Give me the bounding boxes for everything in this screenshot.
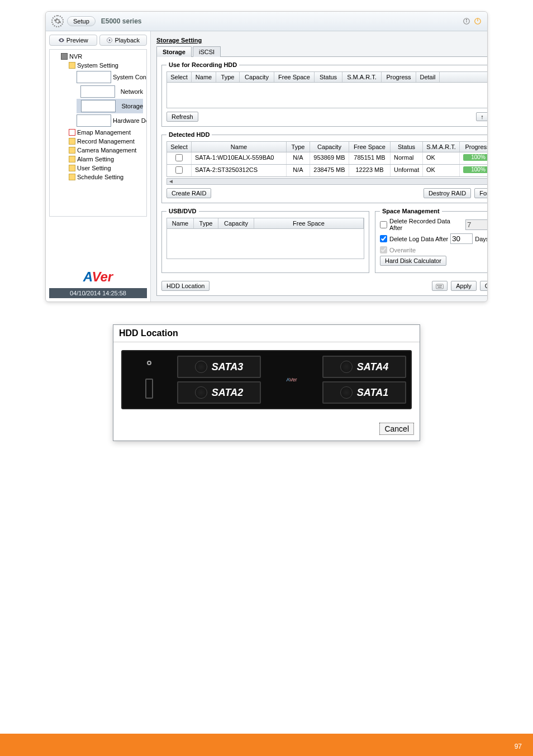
info-icon[interactable] xyxy=(463,17,470,25)
power-icon[interactable] xyxy=(474,17,482,25)
bay-sata4: SATA4 xyxy=(322,356,406,378)
fan-icon xyxy=(340,361,353,373)
row-checkbox[interactable] xyxy=(175,166,183,174)
legend: Detected HDD xyxy=(166,131,212,138)
tree-alarm[interactable]: Alarm Setting xyxy=(69,155,143,164)
table-row[interactable]: SATA-1:WD10EALX-559BA0 N/A 953869 MB 785… xyxy=(166,152,488,165)
det-hdd-header: Select Name Type Capacity Free Space Sta… xyxy=(166,141,488,152)
hdd-location-dialog: HDD Location SATA3 SATA2 AVer xyxy=(113,324,420,441)
fan-icon xyxy=(340,386,353,399)
dialog-title: HDD Location xyxy=(113,325,420,342)
tree-hardware[interactable]: Hardware Device xyxy=(77,113,143,128)
tab-preview[interactable]: Preview xyxy=(49,35,97,46)
tree-camera[interactable]: Camera Management xyxy=(69,146,143,155)
tree-record[interactable]: Record Management xyxy=(69,137,143,146)
page-icon xyxy=(77,71,111,83)
series-label: E5000 series xyxy=(101,17,142,25)
app-window: Setup E5000 series Preview Playback xyxy=(45,11,488,302)
create-raid-button[interactable]: Create RAID xyxy=(166,188,211,198)
table-row[interactable]: SATA-2:ST3250312CS N/A 238475 MB 12223 M… xyxy=(166,165,488,177)
tree-network[interactable]: Network xyxy=(77,84,143,99)
destroy-raid-button[interactable]: Destroy RAID xyxy=(423,188,471,198)
svg-rect-11 xyxy=(438,287,442,288)
nav-tree: NVR System Setting System Configurati...… xyxy=(49,49,147,217)
folder-icon xyxy=(69,138,75,145)
svg-rect-10 xyxy=(441,285,442,286)
dialog-cancel-button[interactable]: Cancel xyxy=(379,423,414,435)
usb-empty xyxy=(166,229,364,259)
hdd-calculator-button[interactable]: Hard Disk Calculator xyxy=(380,256,446,266)
page-title: Storage Setting xyxy=(156,37,488,44)
device-diagram: SATA3 SATA2 AVer SATA4 SATA1 xyxy=(121,350,412,409)
tree-user[interactable]: User Setting xyxy=(69,164,143,173)
svg-rect-7 xyxy=(437,285,439,286)
tree-schedule[interactable]: Schedule Setting xyxy=(69,173,143,181)
schedule-icon xyxy=(69,174,75,180)
svg-point-2 xyxy=(466,20,467,20)
format-button[interactable]: Format xyxy=(474,188,488,198)
map-icon xyxy=(69,129,75,136)
subtab-storage[interactable]: Storage xyxy=(156,46,192,57)
center-panel: AVer xyxy=(266,356,317,404)
refresh-button[interactable]: Refresh xyxy=(166,112,198,122)
page-icon xyxy=(81,100,116,112)
tab-playback[interactable]: Playback xyxy=(99,35,147,46)
row-checkbox[interactable] xyxy=(175,154,183,161)
horizontal-scrollbar[interactable] xyxy=(166,178,488,185)
eye-icon xyxy=(58,37,65,44)
rec-hdd-empty xyxy=(166,83,488,108)
delete-rec-checkbox[interactable] xyxy=(380,221,387,228)
main-content: Storage Setting Storage iSCSI Use for Re… xyxy=(151,31,488,302)
days-label: Days xyxy=(475,236,488,242)
apply-button[interactable]: Apply xyxy=(451,281,477,291)
tab-label: Preview xyxy=(66,37,88,44)
tree-system-setting[interactable]: System Setting xyxy=(69,61,143,70)
page-icon xyxy=(80,85,115,98)
legend: USB/DVD xyxy=(166,208,199,214)
brand-logo: AVer xyxy=(49,266,147,288)
bay-sata1: SATA1 xyxy=(322,381,406,404)
usb-port-icon xyxy=(145,379,153,399)
sidebar: Preview Playback NVR System Setting Syst… xyxy=(46,31,151,302)
label: Overwrite xyxy=(389,247,416,253)
alarm-icon xyxy=(69,156,75,162)
move-up-button[interactable]: ↑ xyxy=(476,112,488,121)
hdd-location-button[interactable]: HDD Location xyxy=(161,281,210,291)
tab-label: Playback xyxy=(115,37,140,44)
device-icon xyxy=(61,53,68,60)
tree-nvr[interactable]: NVR xyxy=(61,52,143,61)
usb-dvd-group: USB/DVD Name Type Capacity Free Space xyxy=(161,208,369,273)
recording-hdd-group: Use for Recording HDD Select Name Type C… xyxy=(161,61,488,127)
delete-log-checkbox[interactable] xyxy=(380,235,387,242)
space-management-group: Space Management Delete Recorded Data Af… xyxy=(375,208,488,273)
progress-bar: 100% xyxy=(463,166,488,173)
overwrite-checkbox xyxy=(380,246,387,253)
detected-hdd-group: Detected HDD Select Name Type Capacity F… xyxy=(161,131,488,203)
keyboard-icon xyxy=(436,284,444,289)
fan-icon xyxy=(195,361,207,373)
datetime: 04/10/2014 14:25:58 xyxy=(49,288,147,298)
delete-rec-days xyxy=(465,219,488,230)
svg-rect-6 xyxy=(436,284,444,289)
power-led-icon xyxy=(147,361,151,365)
svg-rect-8 xyxy=(439,285,440,286)
page-icon xyxy=(77,114,111,127)
setup-button[interactable]: Setup xyxy=(67,16,96,26)
user-icon xyxy=(69,165,75,171)
cancel-button[interactable]: Cancel xyxy=(480,281,488,291)
legend: Space Management xyxy=(380,208,442,214)
folder-icon xyxy=(69,62,75,69)
fan-icon xyxy=(195,386,207,399)
keyboard-button[interactable] xyxy=(432,281,448,291)
legend: Use for Recording HDD xyxy=(166,61,239,68)
bay-sata2: SATA2 xyxy=(177,381,261,404)
label: Delete Recorded Data After xyxy=(389,218,463,231)
delete-log-days[interactable] xyxy=(450,233,473,244)
progress-bar: 100% xyxy=(463,154,488,161)
tree-system-config[interactable]: System Configurati... xyxy=(77,70,143,84)
subtab-iscsi[interactable]: iSCSI xyxy=(193,46,221,57)
tree-storage[interactable]: Storage xyxy=(77,99,143,113)
usb-header: Name Type Capacity Free Space xyxy=(166,218,364,229)
tree-emap[interactable]: Emap Management xyxy=(69,128,143,137)
camera-icon xyxy=(69,147,75,154)
